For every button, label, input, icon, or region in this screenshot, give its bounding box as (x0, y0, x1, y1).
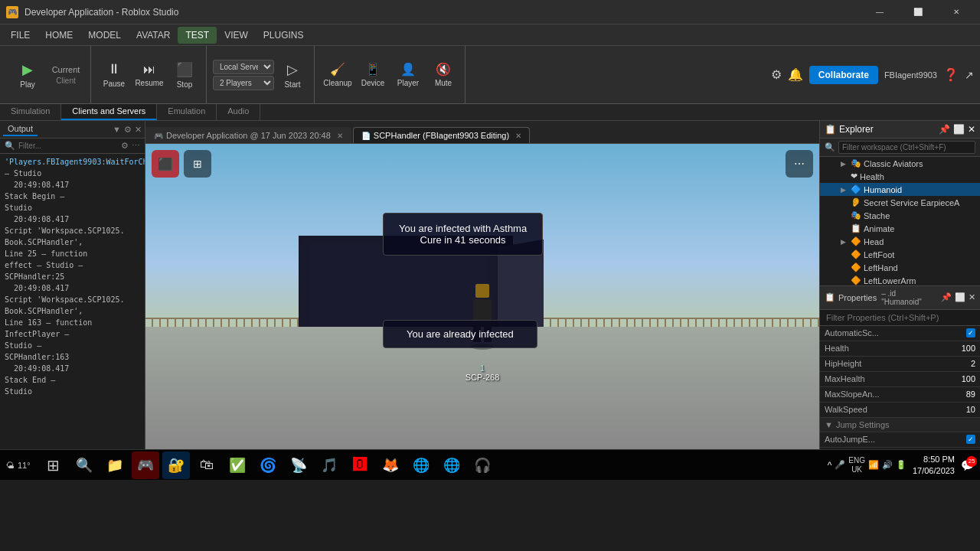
player-button[interactable]: 👤 Player (391, 52, 425, 98)
output-settings-icon[interactable]: ⚙ (124, 125, 132, 135)
help-icon[interactable]: ❓ (943, 67, 959, 82)
prop-val-autojumpe: ✓ (900, 435, 976, 444)
start-button[interactable]: ▷ Start (276, 52, 309, 98)
taskbar-edge[interactable]: 🌀 (254, 452, 282, 479)
play-button[interactable]: ▶ Play (11, 52, 44, 98)
taskbar-wifi[interactable]: 📶 (868, 460, 879, 470)
doc-tab-scphandler[interactable]: 📄 SCPHandler (FBIagent9903 Editing) ✕ (353, 127, 530, 143)
simulation-tab[interactable]: Simulation (0, 104, 61, 120)
username: FBIagent9903 (884, 70, 937, 80)
stop-button[interactable]: ⬛ Stop (168, 52, 201, 98)
emulation-tab[interactable]: Emulation (157, 104, 217, 120)
doc-tab-close-2[interactable]: ✕ (515, 132, 521, 140)
tree-item-humanoid[interactable]: ▶ 🔷 Humanoid (820, 183, 980, 196)
props-close-icon[interactable]: ✕ (969, 292, 975, 302)
prop-name-maxhealth: MaxHealth (825, 374, 900, 383)
taskbar-battery[interactable]: 🔋 (896, 460, 906, 470)
output-action-icon[interactable]: ⚙ (121, 141, 129, 151)
prop-row-health: Health 100 (820, 341, 980, 357)
prop-checkbox-autojumpe[interactable]: ✓ (966, 435, 975, 444)
props-expand2-icon[interactable]: ⬜ (955, 292, 965, 302)
explorer-filter-input[interactable] (838, 141, 975, 154)
cleanup-button[interactable]: 🧹 Cleanup (321, 52, 354, 98)
taskbar-discord[interactable]: 📡 (285, 452, 312, 479)
tree-item-animate[interactable]: 📋 Animate (820, 222, 980, 235)
tree-item-stache[interactable]: 🎭 Stache (820, 209, 980, 222)
taskbar-tasks[interactable]: ✅ (224, 452, 251, 479)
center-panel: 🎮 Developer Application @ 17 Jun 2023 20… (145, 121, 819, 449)
tree-item-leftfoot[interactable]: 🔶 LeftFoot (820, 248, 980, 261)
collaborate-button[interactable]: Collaborate (809, 66, 878, 84)
output-tab[interactable]: Output (3, 122, 38, 136)
taskbar-clock[interactable]: 8:50 PM 17/06/2023 (913, 454, 955, 476)
doc-tab-developer[interactable]: 🎮 Developer Application @ 17 Jun 2023 20… (145, 127, 351, 143)
taskbar-chrome2[interactable]: 🌐 (438, 452, 466, 479)
current-client-button[interactable]: Current Client (46, 52, 86, 98)
clients-servers-tab[interactable]: Clients and Servers (61, 104, 157, 120)
document-tabs: 🎮 Developer Application @ 17 Jun 2023 20… (145, 121, 819, 144)
maximize-button[interactable]: ⬜ (900, 0, 936, 24)
game-viewport[interactable]: 1 SCP-268 You are infected with Asthma C… (145, 144, 819, 449)
jump-section-arrow[interactable]: ▼ (825, 420, 833, 429)
taskbar-roblox[interactable]: 🎮 (132, 452, 159, 479)
props-filter-input[interactable] (820, 310, 980, 326)
settings-icon[interactable]: ⚙ (771, 67, 782, 82)
taskbar-firefox[interactable]: 🦊 (377, 452, 404, 479)
pause-button[interactable]: ⏸ Pause (97, 52, 131, 98)
taskbar-chevron[interactable]: ^ (828, 460, 832, 471)
output-filter-icon[interactable]: ▼ (113, 125, 121, 134)
output-line: Book.SCPHandler', (5, 306, 140, 317)
taskbar-opera[interactable]: 🅾 (346, 452, 374, 479)
taskbar-start-button[interactable]: ⊞ (40, 452, 67, 479)
explorer-expand-icon[interactable]: ⬜ (953, 124, 965, 135)
taskbar-chrome[interactable]: 🌐 (407, 452, 435, 479)
audio-tab[interactable]: Audio (217, 104, 260, 120)
output-close-icon[interactable]: ✕ (135, 125, 142, 135)
tree-item-head[interactable]: ▶ 🔶 Head (820, 235, 980, 248)
menu-home[interactable]: HOME (38, 27, 80, 44)
doc-tab-close-1[interactable]: ✕ (337, 132, 343, 140)
viewport-btn-grid[interactable]: ⊞ (184, 150, 211, 178)
menu-view[interactable]: VIEW (217, 27, 256, 44)
tree-item-leftlowerarm[interactable]: 🔶 LeftLowerArm (820, 274, 980, 285)
taskbar-spotify[interactable]: 🎵 (315, 452, 343, 479)
taskbar-headphones[interactable]: 🎧 (469, 452, 496, 479)
notification-icon[interactable]: 🔔 (788, 67, 803, 82)
device-button[interactable]: 📱 Device (356, 52, 390, 98)
taskbar-bitwarden[interactable]: 🔐 (162, 452, 190, 479)
explorer-close-icon[interactable]: ✕ (968, 124, 975, 135)
output-line: SCPHandler:163 (5, 352, 140, 363)
menu-plugins[interactable]: PLUGINS (256, 27, 312, 44)
props-expand-icon[interactable]: 📋 (825, 292, 835, 302)
close-button[interactable]: ✕ (939, 0, 974, 24)
server-dropdown[interactable]: Local Server (213, 60, 274, 74)
explorer-pin-icon[interactable]: 📌 (939, 124, 950, 135)
output-filter-input[interactable] (18, 142, 118, 150)
output-action2-icon[interactable]: ⋯ (132, 141, 140, 151)
resume-button[interactable]: ⏭ Resume (132, 52, 166, 98)
notification-badge-area[interactable]: 💬 25 (961, 459, 974, 471)
share-icon[interactable]: ↗ (965, 69, 974, 81)
tree-item-health[interactable]: ❤ Health (820, 170, 980, 183)
taskbar-store[interactable]: 🛍 (193, 452, 220, 479)
taskbar-files[interactable]: 📁 (101, 452, 129, 479)
tree-item-classic-aviators[interactable]: ▶ 🎭 Classic Aviators (820, 157, 980, 170)
tree-item-secret-service[interactable]: 👂 Secret Service EarpieceA (820, 196, 980, 209)
menu-file[interactable]: FILE (3, 27, 38, 44)
players-dropdown[interactable]: 2 Players (213, 76, 274, 90)
menu-avatar[interactable]: AVATAR (129, 27, 178, 44)
menu-model[interactable]: MODEL (80, 27, 129, 44)
taskbar-search[interactable]: 🔍 (70, 452, 98, 479)
viewport-options-button[interactable]: ⋯ (786, 150, 813, 178)
output-line: Line 25 – function (5, 249, 140, 259)
viewport-btn-roblox[interactable]: ⬛ (152, 150, 179, 178)
tree-item-lefthand[interactable]: 🔶 LeftHand (820, 261, 980, 274)
mute-button[interactable]: 🔇 Mute (426, 52, 460, 98)
prop-row-walkspeed: WalkSpeed 10 (820, 403, 980, 418)
taskbar-sound[interactable]: 🔊 (882, 460, 893, 470)
taskbar-mic[interactable]: 🎤 (835, 460, 845, 470)
prop-checkbox-automaticsc[interactable]: ✓ (966, 328, 975, 337)
props-pin-icon[interactable]: 📌 (941, 292, 952, 302)
menu-test[interactable]: TEST (178, 27, 217, 44)
minimize-button[interactable]: — (862, 0, 897, 24)
